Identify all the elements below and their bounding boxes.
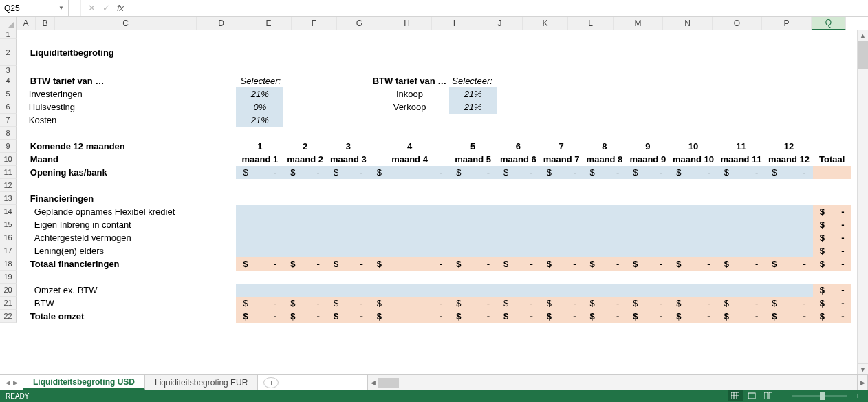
omzet-ex-m5[interactable] [449, 284, 497, 297]
fin-0-m7[interactable] [540, 205, 583, 218]
tab-prev-icon[interactable]: ◀ [6, 379, 10, 386]
btw1-value-1[interactable]: 0% [236, 100, 283, 114]
fin-3-m2[interactable] [283, 244, 327, 257]
row-header-8[interactable]: 8 [0, 127, 17, 140]
opening-m8[interactable]: $- [583, 166, 627, 179]
column-header-N[interactable]: N [663, 17, 713, 30]
column-header-F[interactable]: F [292, 17, 337, 30]
fin-2-m4[interactable] [370, 231, 450, 244]
omzet-ex-m8[interactable] [583, 284, 627, 297]
column-header-B[interactable]: B [36, 17, 55, 30]
row-header-14[interactable]: 14 [0, 205, 17, 218]
sheet-tab-active[interactable]: Liquiditeitsbegroting USD [23, 375, 145, 390]
fin-0-m9[interactable] [626, 205, 669, 218]
fin-1-m12[interactable] [765, 218, 813, 231]
opening-m10[interactable]: $- [669, 166, 717, 179]
page-layout-view-button[interactable] [744, 390, 759, 401]
row-header-15[interactable]: 15 [0, 218, 17, 231]
fin-0-m4[interactable] [370, 205, 450, 218]
fin-2-m7[interactable] [540, 231, 583, 244]
fin-2-m8[interactable] [583, 231, 627, 244]
omzet-ex-m7[interactable] [540, 284, 583, 297]
fin-0-m12[interactable] [765, 205, 813, 218]
add-sheet-button[interactable]: + [263, 377, 279, 388]
fin-0-m5[interactable] [449, 205, 497, 218]
fin-1-m11[interactable] [717, 218, 766, 231]
hscroll-right-icon[interactable]: ▶ [857, 375, 868, 390]
horizontal-scrollbar[interactable]: ◀ ▶ [367, 375, 868, 390]
row-header-7[interactable]: 7 [0, 114, 17, 127]
omzet-ex-m10[interactable] [669, 284, 717, 297]
fin-0-m10[interactable] [669, 205, 717, 218]
column-header-E[interactable]: E [246, 17, 292, 30]
column-header-L[interactable]: L [568, 17, 614, 30]
opening-m6[interactable]: $- [497, 166, 540, 179]
column-header-P[interactable]: P [762, 17, 812, 30]
fin-1-m1[interactable] [236, 218, 283, 231]
fin-3-m6[interactable] [497, 244, 540, 257]
omzet-ex-m9[interactable] [626, 284, 669, 297]
zoom-out-button[interactable]: − [777, 392, 787, 400]
row-header-12[interactable]: 12 [0, 179, 17, 192]
fin-1-m10[interactable] [669, 218, 717, 231]
opening-m12[interactable]: $- [765, 166, 813, 179]
row-header-16[interactable]: 16 [0, 231, 17, 244]
fin-0-m1[interactable] [236, 205, 283, 218]
opening-m4[interactable]: $- [370, 166, 450, 179]
fin-3-m8[interactable] [583, 244, 627, 257]
fin-2-m10[interactable] [669, 231, 717, 244]
row-header-20[interactable]: 20 [0, 284, 17, 297]
fin-2-m11[interactable] [717, 231, 766, 244]
column-header-K[interactable]: K [523, 17, 568, 30]
sheet-tab-other[interactable]: Liquiditeitsbegroting EUR [145, 375, 258, 390]
column-header-G[interactable]: G [337, 17, 382, 30]
row-header-2[interactable]: 2 [0, 39, 17, 66]
fin-2-m3[interactable] [327, 231, 370, 244]
row-header-10[interactable]: 10 [0, 153, 17, 166]
fin-2-m6[interactable] [497, 231, 540, 244]
fin-0-m8[interactable] [583, 205, 627, 218]
vscroll-thumb[interactable] [858, 41, 868, 69]
normal-view-button[interactable] [728, 390, 743, 401]
row-header-6[interactable]: 6 [0, 100, 17, 114]
fin-3-m12[interactable] [765, 244, 813, 257]
column-header-A[interactable]: A [17, 17, 36, 30]
opening-m9[interactable]: $- [626, 166, 669, 179]
name-box-dropdown-icon[interactable]: ▼ [58, 5, 64, 11]
row-header-22[interactable]: 22 [0, 310, 17, 323]
scroll-down-icon[interactable]: ▼ [858, 363, 868, 374]
row-header-11[interactable]: 11 [0, 166, 17, 179]
opening-m7[interactable]: $- [540, 166, 583, 179]
fin-1-m3[interactable] [327, 218, 370, 231]
row-header-13[interactable]: 13 [0, 192, 17, 205]
fin-1-m7[interactable] [540, 218, 583, 231]
column-header-I[interactable]: I [432, 17, 477, 30]
tab-next-icon[interactable]: ▶ [13, 379, 18, 386]
omzet-ex-m12[interactable] [765, 284, 813, 297]
fin-1-m6[interactable] [497, 218, 540, 231]
fin-1-m4[interactable] [370, 218, 450, 231]
btw1-value-2[interactable]: 21% [236, 114, 283, 127]
column-header-C[interactable]: C [55, 17, 197, 30]
tab-nav[interactable]: ◀ ▶ [0, 375, 23, 390]
scroll-up-icon[interactable]: ▲ [858, 30, 868, 41]
fx-icon[interactable]: fx [117, 3, 124, 13]
fin-3-m10[interactable] [669, 244, 717, 257]
omzet-ex-m2[interactable] [283, 284, 327, 297]
fin-3-m9[interactable] [626, 244, 669, 257]
fin-3-m1[interactable] [236, 244, 283, 257]
btw2-value-0[interactable]: 21% [449, 87, 497, 100]
fin-2-m1[interactable] [236, 231, 283, 244]
opening-m1[interactable]: $- [236, 166, 283, 179]
fin-3-m3[interactable] [327, 244, 370, 257]
fin-1-m8[interactable] [583, 218, 627, 231]
fin-2-m12[interactable] [765, 231, 813, 244]
opening-m2[interactable]: $- [283, 166, 327, 179]
row-header-1[interactable]: 1 [0, 30, 17, 39]
opening-m11[interactable]: $- [717, 166, 766, 179]
row-header-21[interactable]: 21 [0, 297, 17, 310]
fin-3-m7[interactable] [540, 244, 583, 257]
column-header-Q[interactable]: Q [812, 17, 846, 30]
fin-1-m5[interactable] [449, 218, 497, 231]
omzet-ex-m3[interactable] [327, 284, 370, 297]
